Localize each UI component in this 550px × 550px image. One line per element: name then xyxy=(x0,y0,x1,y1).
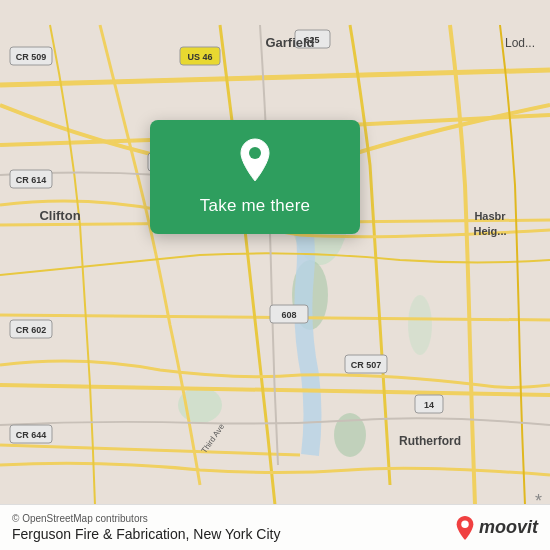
svg-text:Garfield: Garfield xyxy=(265,35,314,50)
svg-text:Hasbr: Hasbr xyxy=(474,210,506,222)
map-pin-icon xyxy=(233,138,277,182)
svg-point-40 xyxy=(249,147,261,159)
svg-text:CR 602: CR 602 xyxy=(16,325,47,335)
svg-text:Rutherford: Rutherford xyxy=(399,434,461,448)
osm-credit: © OpenStreetMap contributors xyxy=(12,513,280,524)
moovit-pin-icon xyxy=(455,515,475,541)
svg-text:US 46: US 46 xyxy=(187,52,212,62)
svg-text:608: 608 xyxy=(281,310,296,320)
map-background: CR 509 US 46 625 CR 614 CR 618 CR 602 60… xyxy=(0,0,550,550)
moovit-logo: moovit xyxy=(455,515,538,541)
svg-text:CR 509: CR 509 xyxy=(16,52,47,62)
take-me-there-button[interactable]: Take me there xyxy=(192,192,318,220)
svg-text:CR 614: CR 614 xyxy=(16,175,47,185)
bottom-bar: © OpenStreetMap contributors Ferguson Fi… xyxy=(0,504,550,550)
svg-text:Heig...: Heig... xyxy=(473,225,506,237)
svg-point-41 xyxy=(461,520,468,527)
svg-text:14: 14 xyxy=(424,400,434,410)
svg-text:CR 644: CR 644 xyxy=(16,430,47,440)
svg-point-5 xyxy=(408,295,432,355)
svg-text:Lod...: Lod... xyxy=(505,36,535,50)
svg-text:Clifton: Clifton xyxy=(39,208,80,223)
map-container: CR 509 US 46 625 CR 614 CR 618 CR 602 60… xyxy=(0,0,550,550)
moovit-text: moovit xyxy=(479,517,538,538)
svg-text:CR 507: CR 507 xyxy=(351,360,382,370)
location-card: Take me there xyxy=(150,120,360,234)
location-name: Ferguson Fire & Fabrication, New York Ci… xyxy=(12,526,280,542)
bottom-left: © OpenStreetMap contributors Ferguson Fi… xyxy=(12,513,280,542)
